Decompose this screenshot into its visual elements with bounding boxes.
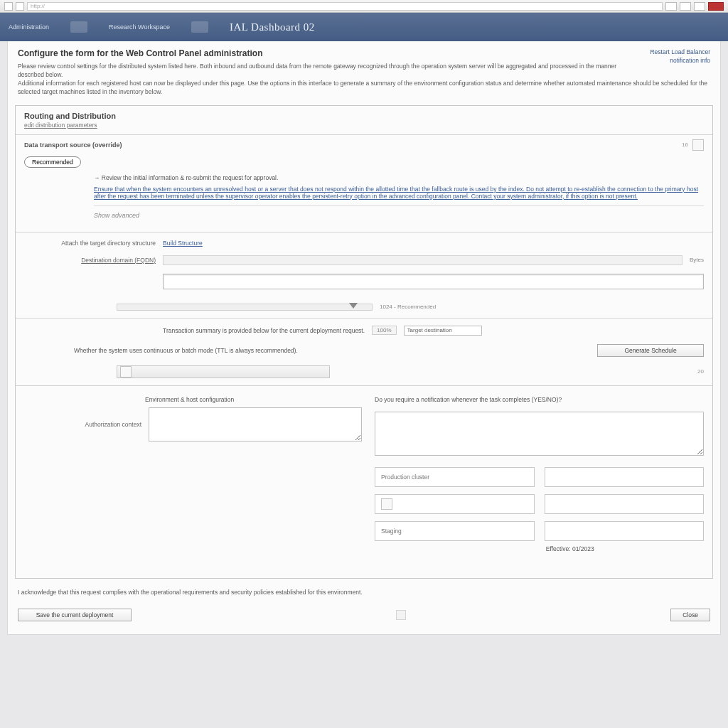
auth-textarea[interactable] bbox=[149, 407, 362, 441]
field-upload[interactable] bbox=[375, 494, 535, 514]
main-input-row bbox=[16, 269, 712, 294]
fqdn-label: Destination domain (FQDN) bbox=[24, 257, 156, 264]
browser-chrome: http:// bbox=[0, 0, 728, 13]
size-bar-right: 1024 - Recommended bbox=[380, 304, 436, 310]
bullet-1: → Review the initial information & re-su… bbox=[94, 174, 704, 181]
page-aside: Restart Load Balancer notification info bbox=[650, 48, 710, 65]
show-advanced-link[interactable]: Show advanced bbox=[94, 212, 704, 219]
routing-panel-subtitle[interactable]: edit distribution parameters bbox=[16, 122, 712, 134]
divider-4 bbox=[16, 385, 712, 386]
upload-icon bbox=[381, 498, 392, 510]
browser-ext1-icon[interactable] bbox=[680, 2, 691, 11]
notify-textarea[interactable] bbox=[375, 412, 704, 456]
browser-alert-icon[interactable] bbox=[708, 2, 724, 11]
range-count: 20 bbox=[697, 368, 704, 375]
fqdn-unit: Bytes bbox=[690, 257, 704, 263]
routing-panel-title: Routing and Distribution bbox=[16, 106, 712, 122]
browser-ext2-icon[interactable] bbox=[694, 2, 705, 11]
field-production-label: Production cluster bbox=[381, 473, 429, 481]
browser-back-icon[interactable] bbox=[4, 2, 13, 11]
divider-2 bbox=[16, 232, 712, 232]
divider-3 bbox=[16, 318, 712, 318]
notification-link[interactable]: notification info bbox=[650, 57, 710, 64]
summary-row: Transaction summary is provided below fo… bbox=[16, 321, 712, 340]
footer-indicator-icon bbox=[396, 610, 406, 620]
mode-line: Whether the system uses continuous or ba… bbox=[74, 347, 298, 354]
app-brand: IAL Dashboard 02 bbox=[230, 21, 315, 33]
lower-columns: Environment & host configuration Authori… bbox=[16, 389, 712, 557]
app-header: Administration Research Workspace IAL Da… bbox=[0, 13, 728, 41]
auth-label: Authorization context bbox=[24, 421, 141, 428]
transport-label: Data transport source (override) bbox=[24, 141, 122, 149]
field-box-6[interactable] bbox=[545, 521, 705, 541]
nav-research[interactable]: Research Workspace bbox=[109, 23, 170, 31]
effective-label: Effective: 01/2023 bbox=[375, 545, 704, 552]
nav-admin-label: Administration bbox=[9, 23, 49, 31]
field-box-4[interactable] bbox=[545, 494, 705, 514]
transport-row: Data transport source (override) 16 bbox=[16, 134, 712, 155]
address-bar[interactable]: http:// bbox=[27, 2, 663, 11]
ack-note: I acknowledge that this request complies… bbox=[8, 583, 720, 601]
size-slider[interactable] bbox=[117, 304, 373, 311]
lower-left-col: Environment & host configuration Authori… bbox=[24, 393, 362, 552]
footer-bar: Save the current deployment Close bbox=[8, 601, 720, 634]
page-head: Restart Load Balancer notification info … bbox=[8, 41, 720, 101]
save-button[interactable]: Save the current deployment bbox=[18, 609, 132, 621]
close-button[interactable]: Close bbox=[670, 609, 710, 621]
slider-row-2: 20 bbox=[16, 361, 712, 382]
env-header: Environment & host configuration bbox=[24, 393, 362, 406]
summary-line: Transaction summary is provided below fo… bbox=[163, 327, 365, 334]
mode-row: Whether the system uses continuous or ba… bbox=[16, 340, 712, 361]
target-dropdown-label: Target destination bbox=[407, 327, 452, 333]
nav-icon-2 bbox=[191, 21, 208, 33]
browser-fwd-icon[interactable] bbox=[16, 2, 24, 11]
progress-badge: 100% bbox=[372, 326, 396, 335]
fqdn-input-readonly bbox=[163, 255, 682, 265]
nav-admin[interactable]: Administration bbox=[9, 23, 49, 31]
field-staging-label: Staging bbox=[381, 528, 402, 535]
generate-schedule-button[interactable]: Generate Schedule bbox=[597, 344, 704, 357]
transport-counter: 16 bbox=[682, 141, 688, 148]
size-bar-row: 1024 - Recommended bbox=[16, 294, 712, 315]
field-box-2[interactable] bbox=[545, 467, 705, 487]
field-staging[interactable]: Staging bbox=[375, 521, 535, 541]
bullet-2: Ensure that when the system encounters a… bbox=[94, 186, 704, 200]
divider-1 bbox=[94, 205, 704, 206]
browser-menu-icon[interactable] bbox=[665, 2, 677, 11]
page-desc-2: Additional information for each register… bbox=[18, 80, 710, 97]
lower-right-col: Do you require a notification whenever t… bbox=[375, 393, 704, 552]
page-desc-1: Please review control settings for the d… bbox=[18, 63, 710, 80]
recommended-button[interactable]: Recommended bbox=[24, 156, 81, 168]
fqdn-row: Destination domain (FQDN) Bytes bbox=[16, 251, 712, 269]
slider-handle-icon[interactable] bbox=[349, 303, 358, 309]
content-area: Restart Load Balancer notification info … bbox=[7, 41, 721, 635]
transport-box-icon[interactable] bbox=[692, 139, 704, 151]
target-dir-label: Attach the target directory structure bbox=[24, 240, 156, 247]
field-production[interactable]: Production cluster bbox=[375, 467, 535, 487]
notify-header: Do you require a notification whenever t… bbox=[375, 393, 704, 406]
range-input[interactable] bbox=[117, 365, 330, 378]
build-structure-link[interactable]: Build Structure bbox=[163, 240, 203, 247]
target-dropdown[interactable]: Target destination bbox=[404, 326, 482, 336]
target-dir-row: Attach the target directory structure Bu… bbox=[16, 235, 712, 251]
main-text-input[interactable] bbox=[163, 274, 704, 289]
page-title: Configure the form for the Web Control P… bbox=[18, 48, 710, 58]
routing-panel: Routing and Distribution edit distributi… bbox=[15, 105, 713, 579]
nav-icon-1 bbox=[70, 21, 87, 33]
nav-research-label: Research Workspace bbox=[109, 23, 170, 31]
restart-link[interactable]: Restart Load Balancer bbox=[650, 48, 710, 55]
transport-body: → Review the initial information & re-su… bbox=[16, 168, 712, 229]
range-handle-icon[interactable] bbox=[120, 366, 132, 378]
